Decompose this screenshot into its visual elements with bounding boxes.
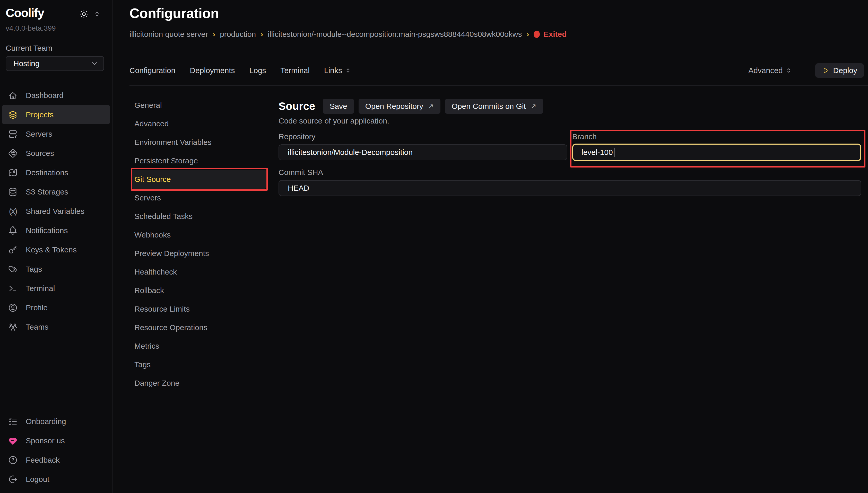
- subnav-webhooks[interactable]: Webhooks: [131, 226, 266, 244]
- sidebar-item-label: Sources: [26, 149, 54, 158]
- breadcrumb-project[interactable]: illicitonion quote server: [129, 30, 208, 39]
- commit-sha-label: Commit SHA: [278, 168, 861, 177]
- chevron-right-icon: ›: [526, 30, 529, 39]
- open-commits-label: Open Commits on Git: [452, 102, 526, 111]
- sidebar-item-sponsor-us[interactable]: Sponsor us: [2, 431, 110, 450]
- sidebar-item-onboarding[interactable]: Onboarding: [2, 412, 110, 431]
- git-icon: [8, 148, 18, 158]
- sidebar-item-profile[interactable]: Profile: [2, 298, 110, 317]
- sidebar-item-dashboard[interactable]: Dashboard: [2, 86, 110, 105]
- sidebar-item-label: Sponsor us: [26, 436, 65, 445]
- advanced-label: Advanced: [748, 66, 783, 75]
- subnav-git-source-label: Git Source: [134, 175, 171, 184]
- sidebar-item-sources[interactable]: Sources: [2, 144, 110, 163]
- checklist-icon: [8, 416, 18, 427]
- sidebar-item-teams[interactable]: Teams: [2, 317, 110, 337]
- subnav-environment-variables[interactable]: Environment Variables: [131, 133, 266, 152]
- team-select-value: Hosting: [14, 59, 40, 68]
- users-icon: [8, 322, 18, 332]
- sidebar-item-logout[interactable]: Logout: [2, 470, 110, 489]
- status-text: Exited: [544, 30, 567, 39]
- subnav-scheduled-tasks[interactable]: Scheduled Tasks: [131, 207, 266, 226]
- subnav-advanced[interactable]: Advanced: [131, 114, 266, 133]
- subnav-tags[interactable]: Tags: [131, 355, 266, 374]
- external-link-icon: ↗: [428, 102, 434, 110]
- source-heading: Source: [278, 100, 315, 112]
- text-cursor: [614, 148, 614, 157]
- sidebar-item-label: Onboarding: [26, 417, 66, 426]
- subnav-persistent-storage[interactable]: Persistent Storage: [131, 152, 266, 170]
- logout-icon: [8, 474, 18, 485]
- chevron-right-icon: ›: [260, 30, 263, 39]
- tab-deployments[interactable]: Deployments: [190, 66, 235, 75]
- sidebar-item-label: Keys & Tokens: [26, 245, 77, 254]
- config-subnav: General Advanced Environment Variables P…: [131, 96, 266, 392]
- subnav-metrics[interactable]: Metrics: [131, 337, 266, 355]
- subnav-resource-limits[interactable]: Resource Limits: [131, 300, 266, 318]
- open-commits-button[interactable]: Open Commits on Git ↗: [445, 99, 543, 114]
- deploy-button[interactable]: Deploy: [815, 63, 864, 78]
- repository-label: Repository: [278, 132, 567, 141]
- subnav-git-source[interactable]: Git Source: [131, 170, 266, 189]
- subnav-servers[interactable]: Servers: [131, 189, 266, 207]
- app-version: v4.0.0-beta.399: [6, 24, 56, 33]
- tab-configuration[interactable]: Configuration: [129, 66, 175, 75]
- sidebar-item-label: Destinations: [26, 168, 68, 177]
- tab-links[interactable]: Links: [324, 66, 352, 75]
- subnav-preview-deployments[interactable]: Preview Deployments: [131, 244, 266, 263]
- sidebar-item-projects[interactable]: Projects: [2, 105, 110, 124]
- team-select[interactable]: Hosting: [6, 56, 104, 71]
- variables-icon: (x): [8, 206, 18, 216]
- sidebar-item-notifications[interactable]: Notifications: [2, 221, 110, 240]
- sidebar-item-feedback[interactable]: Feedback: [2, 450, 110, 470]
- subnav-resource-operations[interactable]: Resource Operations: [131, 318, 266, 337]
- breadcrumb-application[interactable]: illicitestonion/-module--decomposition:m…: [268, 30, 522, 39]
- subnav-danger-zone[interactable]: Danger Zone: [131, 374, 266, 392]
- sidebar-item-label: Logout: [26, 475, 49, 484]
- source-header: Source Save Open Repository ↗ Open Commi…: [278, 99, 861, 114]
- sidebar-item-terminal[interactable]: Terminal: [2, 279, 110, 298]
- help-circle-icon: [8, 455, 18, 465]
- open-repository-button[interactable]: Open Repository ↗: [359, 99, 441, 114]
- tab-logs[interactable]: Logs: [250, 66, 266, 75]
- advanced-selector[interactable]: Advanced: [748, 66, 792, 75]
- status-dot-icon: [534, 30, 540, 38]
- branch-value: level-100: [581, 148, 613, 157]
- layers-icon: [8, 110, 18, 120]
- sidebar-item-shared-variables[interactable]: (x) Shared Variables: [2, 201, 110, 221]
- version-selector-chevrons-icon[interactable]: [93, 10, 101, 18]
- subnav-general[interactable]: General: [131, 96, 266, 114]
- sidebar-item-label: Profile: [26, 303, 48, 312]
- theme-sun-icon[interactable]: [79, 9, 89, 19]
- app-logo: Coolify: [6, 6, 44, 20]
- source-section: Source Save Open Repository ↗ Open Commi…: [278, 96, 861, 196]
- repository-input[interactable]: [278, 144, 567, 160]
- chevrons-up-down-icon: [785, 67, 792, 74]
- terminal-icon: [8, 283, 18, 294]
- sidebar-bottom-nav: Onboarding Sponsor us Feedback: [2, 412, 110, 489]
- sidebar-item-label: Teams: [26, 323, 48, 331]
- database-icon: [8, 187, 18, 197]
- tab-links-label: Links: [324, 66, 342, 75]
- source-description: Code source of your application.: [278, 116, 861, 125]
- logo-row: Coolify: [6, 6, 101, 20]
- branch-label: Branch: [572, 132, 861, 141]
- sidebar-item-label: Shared Variables: [26, 207, 84, 216]
- sidebar-item-servers[interactable]: Servers: [2, 124, 110, 144]
- branch-input[interactable]: level-100: [572, 144, 861, 161]
- subnav-rollback[interactable]: Rollback: [131, 281, 266, 300]
- header-divider: [129, 85, 868, 86]
- save-button[interactable]: Save: [323, 99, 354, 114]
- breadcrumb-environment[interactable]: production: [220, 30, 256, 39]
- sidebar-item-label: Notifications: [26, 226, 68, 235]
- tab-terminal[interactable]: Terminal: [280, 66, 310, 75]
- sidebar-item-s3-storages[interactable]: S3 Storages: [2, 182, 110, 201]
- chevrons-up-down-icon: [345, 67, 352, 74]
- sidebar-item-tags[interactable]: Tags: [2, 259, 110, 279]
- sidebar-item-destinations[interactable]: Destinations: [2, 163, 110, 182]
- bell-icon: [8, 226, 18, 236]
- subnav-healthcheck[interactable]: Healthcheck: [131, 263, 266, 281]
- sidebar-item-keys-tokens[interactable]: Keys & Tokens: [2, 240, 110, 259]
- sidebar-item-label: Servers: [26, 130, 52, 138]
- commit-sha-input[interactable]: [278, 180, 861, 196]
